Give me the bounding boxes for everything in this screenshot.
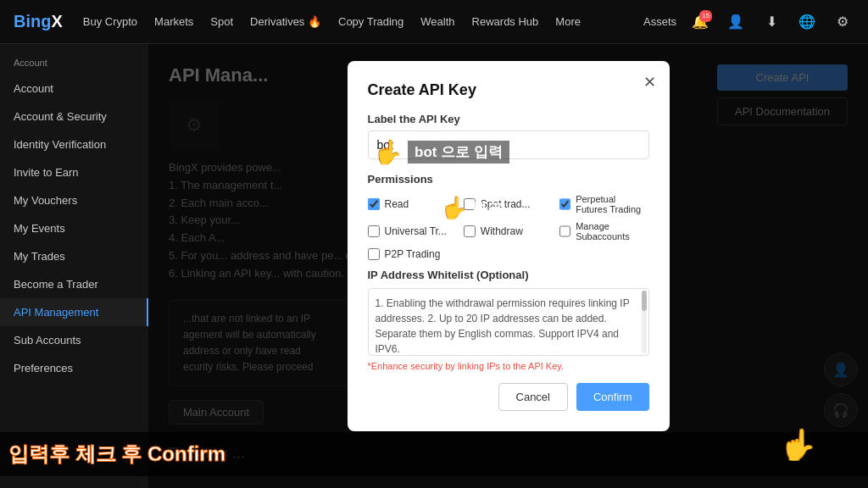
permissions-label: Permissions xyxy=(368,173,649,186)
perm-manage-subaccounts: Manage Subaccounts xyxy=(559,221,648,241)
nav-rewards-hub[interactable]: Rewards Hub xyxy=(472,15,539,28)
sidebar-item-account[interactable]: Account xyxy=(0,75,148,103)
perm-read-checkbox[interactable] xyxy=(368,198,380,210)
perm-universal-transfer: Universal Tr... xyxy=(368,221,457,241)
sidebar-item-invite-to-earn[interactable]: Invite to Earn xyxy=(0,158,148,186)
perm-spot-label: Spot trad... xyxy=(481,198,531,210)
nav-links: Buy Crypto Markets Spot Derivatives 🔥 Co… xyxy=(83,15,643,28)
nav-wealth[interactable]: Wealth xyxy=(420,15,454,28)
sidebar-item-my-trades[interactable]: My Trades xyxy=(0,242,148,270)
perm-read: Read xyxy=(368,194,457,214)
nav-copy-trading[interactable]: Copy Trading xyxy=(338,15,403,28)
modal-close-button[interactable]: ✕ xyxy=(643,75,656,90)
sidebar-item-my-vouchers[interactable]: My Vouchers xyxy=(0,186,148,214)
globe-icon[interactable]: 🌐 xyxy=(795,10,819,34)
perm-manage-subaccounts-label: Manage Subaccounts xyxy=(576,221,648,241)
perm-withdraw-checkbox[interactable] xyxy=(464,225,476,237)
perm-read-label: Read xyxy=(385,198,409,210)
settings-icon[interactable]: ⚙ xyxy=(831,10,854,34)
notifications-icon[interactable]: 🔔 15 xyxy=(688,10,712,34)
permissions-grid: Read Spot trad... Perpetual Futures Trad… xyxy=(368,194,649,260)
ip-whitelist-textarea[interactable]: 1. Enabling the withdrawal permission re… xyxy=(368,288,649,356)
sidebar-item-my-events[interactable]: My Events xyxy=(0,214,148,242)
perm-p2p-label: P2P Trading xyxy=(385,248,441,260)
ip-security-note: *Enhance security by linking IPs to the … xyxy=(368,361,649,371)
perm-p2p-checkbox[interactable] xyxy=(368,248,380,260)
create-api-modal: ✕ Create API Key Label the API Key Permi… xyxy=(348,61,670,431)
ip-description-text: 1. Enabling the withdrawal permission re… xyxy=(376,297,630,355)
nav-spot[interactable]: Spot xyxy=(210,15,233,28)
modal-overlay: ✕ Create API Key Label the API Key Permi… xyxy=(148,44,868,488)
sidebar-item-sub-accounts[interactable]: Sub Accounts xyxy=(0,326,148,354)
ip-whitelist-label: IP Address Whitelist (Optional) xyxy=(368,269,649,281)
notification-badge: 15 xyxy=(699,10,712,22)
nav-more[interactable]: More xyxy=(555,15,581,28)
navbar-actions: Assets 🔔 15 👤 ⬇ 🌐 ⚙ xyxy=(643,10,854,34)
confirm-button[interactable]: Confirm xyxy=(576,383,649,411)
perm-universal-checkbox[interactable] xyxy=(368,225,380,237)
perm-perpetual: Perpetual Futures Trading xyxy=(559,194,648,214)
perm-spot-checkbox[interactable] xyxy=(464,198,476,210)
nav-buy-crypto[interactable]: Buy Crypto xyxy=(83,15,137,28)
perm-universal-label: Universal Tr... xyxy=(385,225,447,237)
download-icon[interactable]: ⬇ xyxy=(760,10,783,34)
brand-logo[interactable]: BingX xyxy=(14,12,63,31)
perm-perpetual-label: Perpetual Futures Trading xyxy=(576,194,648,214)
modal-title: Create API Key xyxy=(368,81,649,99)
ip-scrollbar-thumb xyxy=(642,291,647,311)
perm-p2p-trading: P2P Trading xyxy=(368,248,457,260)
perm-manage-subaccounts-checkbox[interactable] xyxy=(559,225,570,237)
sidebar: Account Account Account & Security Ident… xyxy=(0,44,148,488)
sidebar-item-preferences[interactable]: Preferences xyxy=(0,354,148,382)
api-key-label: Label the API Key xyxy=(368,113,649,125)
sidebar-section-label: Account xyxy=(0,54,148,75)
assets-button[interactable]: Assets xyxy=(643,15,676,28)
user-icon[interactable]: 👤 xyxy=(724,10,748,34)
nav-markets[interactable]: Markets xyxy=(154,15,193,28)
api-key-input[interactable] xyxy=(368,130,649,159)
modal-actions: Cancel Confirm xyxy=(368,383,649,411)
nav-derivatives[interactable]: Derivatives 🔥 xyxy=(250,15,321,28)
perm-withdraw: Withdraw xyxy=(464,221,553,241)
perm-spot: Spot trad... xyxy=(464,194,553,214)
sidebar-item-account-security[interactable]: Account & Security xyxy=(0,103,148,130)
sidebar-item-become-trader[interactable]: Become a Trader xyxy=(0,270,148,298)
sidebar-item-api-management[interactable]: API Management xyxy=(0,298,148,326)
sidebar-item-identity-verification[interactable]: Identity Verification xyxy=(0,130,148,158)
navbar: BingX Buy Crypto Markets Spot Derivative… xyxy=(0,0,868,44)
ip-scrollbar[interactable] xyxy=(642,291,647,353)
perm-perpetual-checkbox[interactable] xyxy=(559,198,570,210)
perm-withdraw-label: Withdraw xyxy=(481,225,523,237)
cancel-button[interactable]: Cancel xyxy=(498,383,568,411)
